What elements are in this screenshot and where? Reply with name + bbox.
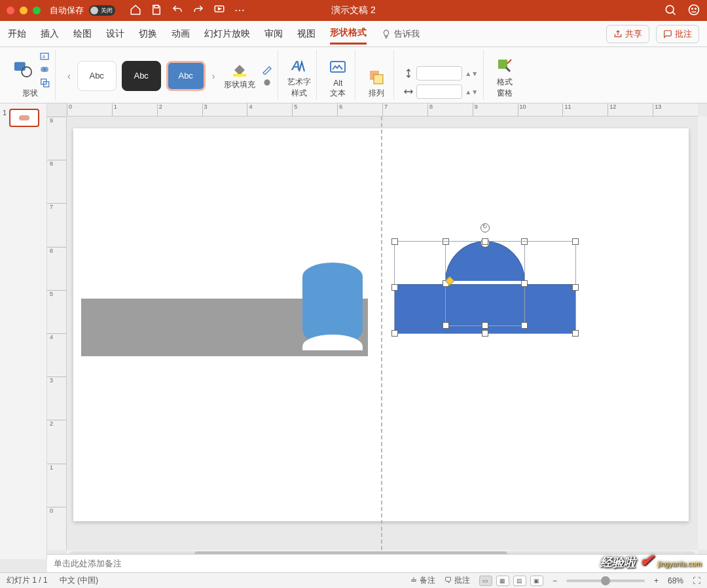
tab-design[interactable]: 设计 (106, 24, 124, 44)
resize-handle[interactable] (482, 238, 488, 245)
more-icon[interactable]: ⋯ (234, 4, 245, 18)
slide-canvas[interactable] (67, 117, 698, 550)
center-guide-line (381, 117, 382, 550)
resize-handle[interactable] (572, 284, 579, 291)
notes-input[interactable] (54, 559, 700, 568)
share-button[interactable]: 共享 (606, 25, 649, 43)
thumb-number: 1 (3, 109, 7, 117)
wordart-button[interactable]: A (287, 56, 311, 77)
normal-view-button[interactable]: ▭ (479, 576, 492, 586)
tab-insert[interactable]: 插入 (41, 24, 59, 44)
alt-text-label: Alt 文本 (330, 79, 346, 99)
slide-thumbnail-1[interactable]: 1 (3, 109, 44, 127)
language-indicator[interactable]: 中文 (中国) (60, 575, 98, 586)
comments-button[interactable]: 批注 (656, 25, 699, 43)
zoom-out-button[interactable]: − (553, 576, 557, 585)
wordart-label: 艺术字 样式 (287, 77, 311, 99)
shape-style-3-selected[interactable]: Abc (166, 61, 206, 91)
ribbon-group-alttext: Alt 文本 (321, 50, 355, 100)
zoom-percent[interactable]: 68% (668, 576, 683, 585)
tell-me[interactable]: 告诉我 (381, 28, 420, 40)
ruler-tick: 10 (518, 103, 563, 116)
share-icon (613, 29, 623, 39)
ruler-tick: 6 (47, 247, 66, 290)
ruler-tick: 11 (562, 103, 607, 116)
tab-home[interactable]: 开始 (8, 24, 26, 44)
notes-pane[interactable] (47, 554, 707, 572)
autosave-toggle[interactable]: 关闭 (89, 5, 115, 16)
shape-outline-icon[interactable] (262, 64, 272, 75)
tab-review[interactable]: 审阅 (264, 24, 283, 44)
merge-shapes-icon[interactable] (39, 64, 50, 75)
ruler-tick: 8 (427, 103, 473, 116)
slide-editor: 012345678910111213 0123456789 (47, 103, 707, 559)
gallery-prev-button[interactable]: ‹ (65, 71, 73, 81)
fit-to-window-button[interactable]: ⛶ (693, 576, 700, 585)
width-stepper[interactable]: ▲▼ (465, 88, 478, 96)
zoom-slider[interactable] (566, 579, 645, 582)
rotate-handle[interactable] (480, 223, 490, 232)
arrange-button[interactable] (365, 67, 388, 88)
shape-fill-button[interactable]: 形状填充 (221, 60, 258, 92)
ruler-tick: 8 (47, 160, 66, 203)
resize-handle[interactable] (391, 284, 398, 291)
document-title: 演示文稿 2 (331, 5, 376, 16)
notes-toggle-label: 备注 (420, 576, 435, 585)
reading-view-button[interactable]: ▤ (513, 576, 526, 586)
zoom-window-button[interactable] (33, 7, 41, 14)
vertical-scrollbar[interactable] (698, 117, 707, 550)
tab-slideshow[interactable]: 幻灯片放映 (204, 24, 250, 44)
alt-text-button[interactable] (326, 58, 350, 79)
slideshow-view-button[interactable]: ▣ (530, 576, 543, 586)
home-icon[interactable] (130, 4, 141, 18)
tell-me-label: 告诉我 (394, 28, 420, 40)
ruler-tick: 5 (47, 290, 66, 333)
tab-transitions[interactable]: 切换 (139, 24, 157, 44)
selected-shape-group[interactable] (394, 241, 576, 334)
present-icon[interactable] (213, 4, 225, 18)
insert-shape-button[interactable] (10, 59, 35, 80)
shape-style-2[interactable]: Abc (122, 61, 161, 91)
close-window-button[interactable] (7, 7, 14, 14)
width-icon (403, 86, 414, 97)
resize-handle[interactable] (391, 330, 398, 337)
notes-toggle[interactable]: ≐ 备注 (410, 575, 435, 586)
resize-handle[interactable] (482, 330, 488, 337)
thumb-preview (9, 109, 39, 127)
redo-icon[interactable] (192, 4, 204, 18)
format-pane-button[interactable] (493, 56, 517, 77)
shape-effects-icon[interactable] (262, 77, 272, 88)
tab-view[interactable]: 视图 (297, 24, 316, 44)
sorter-view-button[interactable]: ▦ (496, 576, 509, 586)
undo-icon[interactable] (172, 4, 183, 18)
ruler-tick: 4 (247, 103, 292, 116)
height-stepper[interactable]: ▲▼ (465, 70, 478, 77)
workspace: 1 012345678910111213 0123456789 (0, 103, 707, 559)
format-pane-label: 格式 窗格 (497, 77, 513, 99)
svg-point-7 (22, 67, 31, 77)
minimize-window-button[interactable] (20, 7, 27, 14)
resize-handle[interactable] (572, 330, 579, 337)
ribbon-group-size: ▲▼ ▲▼ (398, 50, 484, 100)
search-icon[interactable] (664, 3, 677, 18)
tab-animations[interactable]: 动画 (172, 24, 190, 44)
save-icon[interactable] (151, 4, 162, 18)
format-pane-icon (496, 57, 514, 75)
shape-blue-curved[interactable] (302, 263, 363, 346)
gallery-next-button[interactable]: › (209, 71, 218, 81)
tab-shape-format[interactable]: 形状格式 (330, 23, 367, 45)
tab-draw[interactable]: 绘图 (73, 24, 92, 44)
textbox-icon[interactable]: A (39, 51, 50, 62)
comment-icon (663, 29, 672, 39)
comments-toggle[interactable]: 🗨 批注 (444, 575, 470, 586)
account-icon[interactable] (687, 3, 700, 18)
svg-rect-14 (233, 74, 246, 77)
edit-shape-icon[interactable] (39, 77, 50, 88)
width-input[interactable] (416, 84, 462, 99)
resize-handle[interactable] (391, 238, 398, 245)
shape-style-1[interactable]: Abc (77, 61, 117, 91)
zoom-in-button[interactable]: + (654, 576, 659, 585)
ruler-tick: 7 (47, 203, 66, 246)
height-input[interactable] (416, 66, 462, 81)
resize-handle[interactable] (572, 238, 579, 245)
